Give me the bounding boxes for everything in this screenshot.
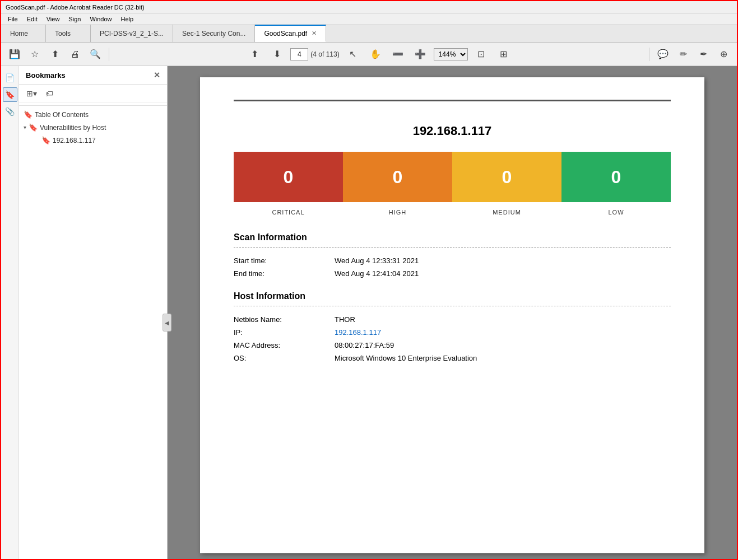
fit-width-button[interactable]: ⊞ bbox=[495, 45, 513, 63]
bookmarks-panel-button[interactable]: 🔖 bbox=[3, 87, 17, 102]
severity-high-value: 0 bbox=[393, 167, 403, 188]
scroll-up-button[interactable]: ⬆ bbox=[245, 45, 263, 63]
bookmarks-close-button[interactable]: ✕ bbox=[154, 71, 160, 80]
severity-low-label: LOW bbox=[561, 207, 671, 216]
menu-view[interactable]: View bbox=[42, 16, 64, 22]
bookmark-ip1[interactable]: 🔖 192.168.1.117 bbox=[19, 134, 167, 147]
bookmark-vbh[interactable]: ▾ 🔖 Vulnerabilities by Host bbox=[19, 121, 167, 134]
tab-pci[interactable]: PCI-DSS-v3_2_1-S... bbox=[91, 25, 173, 42]
mac-value: 08:00:27:17:FA:59 bbox=[335, 341, 394, 349]
bookmark-vbh-label: Vulnerabilities by Host bbox=[40, 124, 106, 132]
tab-goodscan-label: GoodScan.pdf bbox=[264, 30, 307, 38]
tab-home-label: Home bbox=[10, 30, 28, 38]
menu-help[interactable]: Help bbox=[117, 16, 138, 22]
print-button[interactable]: 🖨 bbox=[66, 45, 84, 63]
netbios-row: Netbios Name: THOR bbox=[234, 315, 671, 324]
tab-tools-label: Tools bbox=[55, 30, 71, 38]
menu-sign[interactable]: Sign bbox=[64, 16, 85, 22]
sidebar-divider bbox=[19, 105, 167, 106]
scan-info-divider bbox=[234, 247, 671, 248]
bookmark-view-options[interactable]: ⊞▾ bbox=[24, 87, 39, 100]
bookmarks-toolbar: ⊞▾ 🏷 bbox=[19, 85, 167, 103]
severity-medium-bar: 0 bbox=[452, 152, 561, 202]
severity-low-value: 0 bbox=[611, 167, 621, 188]
pages-panel-button[interactable]: 📄 bbox=[3, 71, 17, 85]
scan-start-row: Start time: Wed Aug 4 12:33:31 2021 bbox=[234, 256, 671, 265]
bookmarks-panel: Bookmarks ✕ ⊞▾ 🏷 🔖 Table Of Contents ▾ 🔖… bbox=[19, 66, 168, 560]
severity-critical-bar: 0 bbox=[234, 152, 343, 202]
save-button[interactable]: 💾 bbox=[6, 45, 24, 63]
hand-tool-button[interactable]: ✋ bbox=[366, 45, 384, 63]
scan-start-label: Start time: bbox=[234, 256, 335, 265]
scan-start-value: Wed Aug 4 12:33:31 2021 bbox=[335, 256, 419, 265]
os-value: Microsoft Windows 10 Enterprise Evaluati… bbox=[335, 354, 477, 362]
menu-edit[interactable]: Edit bbox=[22, 16, 42, 22]
scan-info-section: Scan Information Start time: Wed Aug 4 1… bbox=[234, 232, 671, 278]
page-top-line bbox=[234, 100, 671, 101]
bookmark-toolbar-button[interactable]: ☆ bbox=[26, 45, 44, 63]
zoom-in-small-button[interactable]: 🔍 bbox=[86, 45, 104, 63]
fit-page-button[interactable]: ⊡ bbox=[472, 45, 490, 63]
tab-home[interactable]: Home bbox=[1, 25, 46, 42]
upload-button[interactable]: ⬆ bbox=[46, 45, 64, 63]
menu-file[interactable]: File bbox=[3, 16, 22, 22]
netbios-value: THOR bbox=[335, 315, 355, 324]
scan-end-value: Wed Aug 4 12:41:04 2021 bbox=[335, 269, 419, 278]
severity-labels: CRITICAL HIGH MEDIUM LOW bbox=[234, 207, 671, 216]
toolbar-center: ⬆ ⬇ (4 of 113) ↖ ✋ ➖ ➕ 50% 75% 100% 125%… bbox=[114, 45, 644, 63]
bookmark-toc-label: Table Of Contents bbox=[35, 111, 89, 119]
bookmark-tag-button[interactable]: 🏷 bbox=[41, 87, 57, 100]
os-row: OS: Microsoft Windows 10 Enterprise Eval… bbox=[234, 354, 671, 362]
sidebar-collapse-handle[interactable]: ◀ bbox=[163, 314, 171, 332]
bookmark-vbh-expand[interactable]: ▾ bbox=[24, 124, 26, 130]
bookmark-ip1-label: 192.168.1.117 bbox=[53, 137, 96, 144]
tab-sec1-label: Sec-1 Security Con... bbox=[182, 30, 245, 38]
attachments-panel-button[interactable]: 📎 bbox=[3, 104, 17, 119]
scroll-down-button[interactable]: ⬇ bbox=[268, 45, 286, 63]
cursor-tool-button[interactable]: ↖ bbox=[344, 45, 362, 63]
toolbar-separator-2 bbox=[649, 48, 649, 61]
tab-sec1[interactable]: Sec-1 Security Con... bbox=[173, 25, 255, 42]
share-button[interactable]: ⊕ bbox=[714, 45, 732, 63]
mac-row: MAC Address: 08:00:27:17:FA:59 bbox=[234, 341, 671, 349]
toolbar-separator-1 bbox=[109, 48, 109, 61]
bookmarks-panel-header: Bookmarks ✕ bbox=[19, 66, 167, 85]
page-number-input[interactable] bbox=[290, 48, 308, 60]
os-label: OS: bbox=[234, 354, 335, 362]
host-info-section: Host Information Netbios Name: THOR IP: … bbox=[234, 291, 671, 362]
pdf-page: 192.168.1.117 0 0 0 0 CRITICAL HIGH bbox=[200, 77, 704, 553]
scan-end-label: End time: bbox=[234, 269, 335, 278]
title-bar: GoodScan.pdf - Adobe Acrobat Reader DC (… bbox=[1, 1, 737, 13]
severity-high-bar: 0 bbox=[343, 152, 452, 202]
ip-label: IP: bbox=[234, 328, 335, 337]
severity-high-label: HIGH bbox=[343, 207, 452, 216]
severity-medium-value: 0 bbox=[502, 167, 512, 188]
tab-goodscan-close[interactable]: ✕ bbox=[312, 30, 317, 37]
title-bar-text: GoodScan.pdf - Adobe Acrobat Reader DC (… bbox=[6, 4, 145, 11]
severity-low-bar: 0 bbox=[561, 152, 671, 202]
signature-button[interactable]: ✒ bbox=[694, 45, 712, 63]
comment-button[interactable]: 💬 bbox=[654, 45, 672, 63]
pdf-area[interactable]: 192.168.1.117 0 0 0 0 CRITICAL HIGH bbox=[168, 66, 737, 560]
pen-button[interactable]: ✏ bbox=[674, 45, 692, 63]
tab-pci-label: PCI-DSS-v3_2_1-S... bbox=[100, 30, 164, 38]
host-info-divider bbox=[234, 306, 671, 306]
tab-goodscan[interactable]: GoodScan.pdf ✕ bbox=[255, 25, 326, 42]
menu-window[interactable]: Window bbox=[85, 16, 116, 22]
ip-row: IP: 192.168.1.117 bbox=[234, 328, 671, 337]
ip-address-header: 192.168.1.117 bbox=[234, 124, 671, 138]
zoom-in-button[interactable]: ➕ bbox=[411, 45, 429, 63]
tab-tools[interactable]: Tools bbox=[46, 25, 91, 42]
main-layout: 📄 🔖 📎 Bookmarks ✕ ⊞▾ 🏷 🔖 Table Of Conten… bbox=[1, 66, 737, 560]
mac-label: MAC Address: bbox=[234, 341, 335, 349]
severity-critical-value: 0 bbox=[284, 167, 294, 188]
bookmarks-title: Bookmarks bbox=[26, 71, 66, 80]
zoom-select[interactable]: 50% 75% 100% 125% 144% 150% 200% bbox=[434, 48, 468, 60]
severity-bars: 0 0 0 0 bbox=[234, 152, 671, 202]
menu-bar: File Edit View Sign Window Help bbox=[1, 13, 737, 25]
bookmark-toc-icon: 🔖 bbox=[24, 110, 33, 119]
tab-bar: Home Tools PCI-DSS-v3_2_1-S... Sec-1 Sec… bbox=[1, 25, 737, 43]
left-icon-panel: 📄 🔖 📎 bbox=[1, 66, 19, 560]
zoom-out-button[interactable]: ➖ bbox=[389, 45, 407, 63]
bookmark-toc[interactable]: 🔖 Table Of Contents bbox=[19, 108, 167, 121]
